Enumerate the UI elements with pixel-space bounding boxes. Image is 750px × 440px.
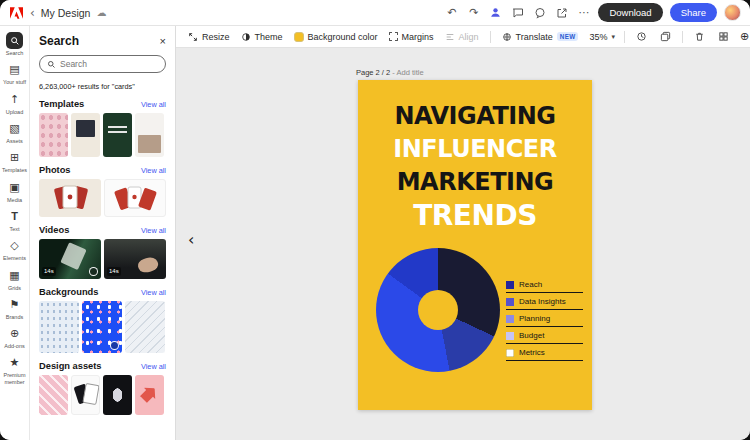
view-all-link[interactable]: View all bbox=[141, 226, 166, 235]
photo-thumbnail[interactable] bbox=[39, 179, 101, 217]
theme-icon bbox=[241, 32, 251, 42]
search-input[interactable] bbox=[60, 59, 158, 69]
template-thumbnail[interactable] bbox=[135, 113, 164, 157]
template-thumbnail[interactable] bbox=[71, 113, 100, 157]
close-icon[interactable]: × bbox=[160, 36, 166, 47]
panel-header: Search × bbox=[39, 34, 166, 48]
template-thumbnail[interactable] bbox=[103, 113, 132, 157]
avatar[interactable] bbox=[724, 4, 741, 21]
your-stuff-icon: ▤ bbox=[6, 61, 23, 78]
legend-label: Data Insights bbox=[519, 297, 566, 306]
topbar-left: ‹ My Design ☁ bbox=[9, 5, 106, 20]
divider bbox=[490, 31, 491, 43]
document-title[interactable]: My Design bbox=[41, 7, 91, 19]
headline-line[interactable]: TRENDS bbox=[358, 199, 592, 232]
section-templates: Templates View all bbox=[39, 99, 166, 157]
sidebar-item-upload[interactable]: ↑ Upload bbox=[0, 88, 30, 117]
legend-swatch bbox=[506, 349, 514, 357]
section-photos: Photos View all bbox=[39, 165, 166, 217]
theme-button[interactable]: Theme bbox=[241, 32, 283, 42]
design-asset-thumbnail[interactable] bbox=[103, 375, 132, 415]
legend-item[interactable]: Budget bbox=[506, 327, 583, 344]
sidebar-item-text[interactable]: T Text bbox=[0, 205, 30, 234]
search-box[interactable] bbox=[39, 55, 166, 73]
download-button[interactable]: Download bbox=[598, 3, 662, 22]
assets-icon: ▧ bbox=[6, 120, 23, 137]
sidebar-item-add-ons[interactable]: ⊕ Add-ons bbox=[0, 322, 30, 351]
donut-chart[interactable] bbox=[376, 248, 500, 372]
add-button[interactable]: ⊕ Add bbox=[740, 30, 750, 43]
zoom-control[interactable]: 35% ▾ bbox=[589, 32, 615, 42]
trash-icon[interactable] bbox=[692, 29, 707, 44]
legend-label: Reach bbox=[519, 280, 542, 289]
view-all-link[interactable]: View all bbox=[141, 362, 166, 371]
sidebar-item-your-stuff[interactable]: ▤ Your stuff bbox=[0, 58, 30, 87]
poster[interactable]: NAVIGATING INFLUENCER MARKETING TRENDS R… bbox=[358, 80, 592, 410]
adobe-logo[interactable] bbox=[9, 5, 24, 20]
video-thumbnail[interactable]: 14s bbox=[104, 239, 166, 279]
background-thumbnail[interactable] bbox=[39, 301, 79, 353]
people-icon[interactable] bbox=[488, 5, 503, 20]
view-all-link[interactable]: View all bbox=[141, 166, 166, 175]
view-all-link[interactable]: View all bbox=[141, 288, 166, 297]
margins-button[interactable]: Margins bbox=[389, 32, 434, 42]
sidebar-item-assets[interactable]: ▧ Assets bbox=[0, 117, 30, 146]
video-thumbnail[interactable]: 14s bbox=[39, 239, 101, 279]
cloud-sync-icon: ☁ bbox=[96, 7, 106, 18]
sidebar-item-premium[interactable]: ★ Premium member bbox=[0, 351, 30, 387]
premium-badge-icon bbox=[89, 267, 98, 276]
undo-icon[interactable]: ↶ bbox=[444, 5, 459, 20]
background-thumbnail[interactable] bbox=[82, 301, 122, 353]
chat-icon[interactable] bbox=[510, 5, 525, 20]
more-icon[interactable]: ⋯ bbox=[576, 5, 591, 20]
photo-thumbnail[interactable] bbox=[104, 179, 166, 217]
pages-icon[interactable] bbox=[658, 29, 673, 44]
resize-button[interactable]: Resize bbox=[188, 32, 230, 42]
section-title: Photos bbox=[39, 165, 71, 175]
section-design-assets: Design assets View all bbox=[39, 361, 166, 415]
headline-line[interactable]: MARKETING bbox=[358, 166, 592, 199]
design-asset-thumbnail[interactable] bbox=[39, 375, 68, 415]
legend-item[interactable]: Reach bbox=[506, 276, 583, 293]
sidebar-item-media[interactable]: ▣ Media bbox=[0, 176, 30, 205]
sidebar-item-brands[interactable]: ⚑ Brands bbox=[0, 293, 30, 322]
headline-line[interactable]: NAVIGATING bbox=[358, 100, 592, 133]
legend-swatch bbox=[506, 281, 514, 289]
history-icon[interactable] bbox=[634, 29, 649, 44]
grid-view-icon[interactable] bbox=[716, 29, 731, 44]
export-link-icon[interactable] bbox=[554, 5, 569, 20]
section-backgrounds: Backgrounds View all bbox=[39, 287, 166, 353]
background-color-button[interactable]: Background color bbox=[294, 32, 378, 42]
topbar: ‹ My Design ☁ ↶ ↷ ⋯ Download Share bbox=[0, 0, 750, 26]
upload-icon: ↑ bbox=[6, 91, 23, 108]
add-title-link[interactable]: - Add title bbox=[392, 68, 423, 77]
divider bbox=[624, 31, 625, 43]
document-toolbar: Resize Theme Background color Margins Al… bbox=[176, 26, 750, 48]
legend-item[interactable]: Data Insights bbox=[506, 293, 583, 310]
video-duration: 14s bbox=[107, 267, 121, 276]
legend-item[interactable]: Planning bbox=[506, 310, 583, 327]
comment-icon[interactable] bbox=[532, 5, 547, 20]
legend-label: Metrics bbox=[519, 348, 545, 357]
sidebar-item-grids[interactable]: ▦ Grids bbox=[0, 264, 30, 293]
redo-icon[interactable]: ↷ bbox=[466, 5, 481, 20]
design-asset-thumbnail[interactable] bbox=[135, 375, 164, 415]
translate-button[interactable]: Translate NEW bbox=[502, 32, 579, 42]
sidebar-item-templates[interactable]: ⊞ Templates bbox=[0, 146, 30, 175]
previous-page-chevron[interactable]: ‹ bbox=[188, 232, 194, 248]
sidebar-item-elements[interactable]: ◇ Elements bbox=[0, 234, 30, 263]
align-button[interactable]: Align bbox=[445, 32, 479, 42]
add-ons-icon: ⊕ bbox=[6, 325, 23, 342]
template-thumbnail[interactable] bbox=[39, 113, 68, 157]
design-asset-thumbnail[interactable] bbox=[71, 375, 100, 415]
view-all-link[interactable]: View all bbox=[141, 100, 166, 109]
legend-item[interactable]: Metrics bbox=[506, 344, 583, 361]
headline-line[interactable]: INFLUENCER bbox=[358, 133, 592, 166]
legend-label: Planning bbox=[519, 314, 550, 323]
media-icon: ▣ bbox=[6, 179, 23, 196]
back-chevron-icon[interactable]: ‹ bbox=[30, 7, 35, 19]
sidebar-item-search[interactable]: Search bbox=[0, 29, 30, 58]
background-thumbnail[interactable] bbox=[125, 301, 165, 353]
share-button[interactable]: Share bbox=[670, 3, 717, 22]
canvas-area[interactable]: ‹ Page 2 / 2 - Add title NAVIGATING INFL… bbox=[176, 48, 750, 440]
